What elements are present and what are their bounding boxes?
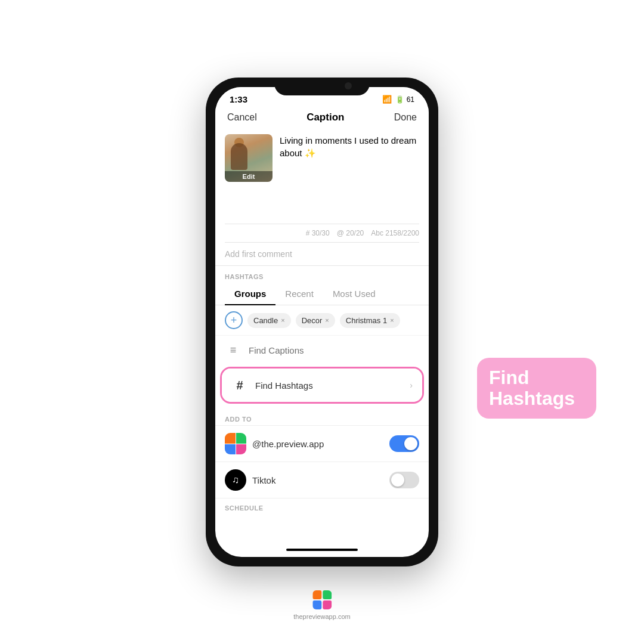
preview-app-name: @the.preview.app — [252, 439, 389, 449]
preview-app-row: @the.preview.app — [215, 425, 429, 462]
find-hashtags-icon: # — [231, 377, 248, 394]
chip-christmas-close[interactable]: × — [390, 317, 394, 324]
tiktok-name: Tiktok — [252, 475, 389, 485]
chip-christmas-label: Christmas 1 — [346, 316, 387, 325]
callout-line1: Find — [489, 367, 584, 388]
logo-cell-blue — [312, 600, 321, 609]
caption-image[interactable]: Edit — [225, 134, 273, 182]
find-hashtags-highlight: # Find Hashtags › — [220, 367, 424, 404]
logo-cell-orange — [312, 590, 321, 599]
find-captions-icon: ≡ — [225, 342, 242, 358]
schedule-bar: SCHEDULE — [215, 498, 429, 514]
toggle-knob-tiktok — [391, 473, 404, 487]
add-to-label: ADD TO — [215, 411, 429, 425]
logo-cell-pink — [323, 600, 332, 609]
chip-decor-close[interactable]: × — [325, 317, 329, 324]
phone-notch — [274, 78, 370, 95]
preview-icon-pink — [236, 444, 247, 455]
preview-icon-green — [236, 433, 247, 444]
page-wrapper: 1:33 📶 🔋 61 Cancel Caption Done Edit — [0, 0, 644, 644]
hashtag-tabs: Groups Recent Most Used — [215, 285, 429, 305]
chip-decor[interactable]: Decor × — [296, 313, 335, 328]
status-icons: 📶 🔋 61 — [382, 95, 414, 104]
logo-text: thepreviewapp.com — [293, 613, 350, 620]
preview-icon-orange — [225, 433, 236, 444]
tab-groups[interactable]: Groups — [225, 285, 275, 305]
find-hashtags-row[interactable]: # Find Hashtags › — [222, 369, 422, 402]
hashtags-section: HASHTAGS Groups Recent Most Used + Candl… — [215, 266, 429, 335]
bottom-logo: thepreviewapp.com — [293, 590, 350, 620]
tiktok-toggle[interactable] — [389, 472, 419, 488]
caption-text[interactable]: Living in moments I used to dream about … — [280, 134, 419, 182]
cancel-button[interactable]: Cancel — [227, 112, 257, 123]
toggle-knob-preview — [404, 437, 417, 450]
edit-label[interactable]: Edit — [225, 171, 273, 182]
counter-bar: # 30/30 @ 20/20 Abc 2158/2200 — [215, 224, 429, 242]
callout-line2: Hashtags — [489, 388, 584, 409]
page-title: Caption — [306, 112, 344, 123]
hashtags-label: HASHTAGS — [215, 273, 429, 285]
chip-candle-close[interactable]: × — [281, 317, 284, 324]
chip-christmas[interactable]: Christmas 1 × — [340, 313, 400, 328]
add-to-section: ADD TO @the.preview.app — [215, 406, 429, 498]
chevron-right-icon: › — [410, 380, 413, 390]
mention-counter: @ 20/20 — [337, 229, 364, 237]
first-comment-placeholder: Add first comment — [225, 249, 292, 259]
phone-screen: 1:33 📶 🔋 61 Cancel Caption Done Edit — [215, 87, 429, 557]
chip-candle-label: Candle — [253, 316, 278, 325]
find-captions-label: Find Captions — [249, 345, 419, 355]
tab-recent[interactable]: Recent — [275, 285, 323, 305]
preview-app-toggle[interactable] — [389, 435, 419, 452]
tiktok-icon: ♫ — [225, 469, 246, 491]
schedule-label: SCHEDULE — [225, 504, 264, 512]
find-captions-row[interactable]: ≡ Find Captions — [215, 335, 429, 364]
caption-spacer — [215, 188, 429, 224]
tiktok-row: ♫ Tiktok — [215, 462, 429, 498]
preview-icon-blue — [225, 444, 236, 455]
find-hashtags-label: Find Hashtags — [255, 380, 410, 391]
preview-app-icon — [225, 433, 246, 454]
add-chip-button[interactable]: + — [225, 311, 243, 329]
done-button[interactable]: Done — [394, 112, 417, 123]
hashtag-counter: # 30/30 — [306, 229, 330, 237]
find-hashtags-callout: Find Hashtags — [477, 358, 596, 419]
chip-candle[interactable]: Candle × — [247, 313, 291, 328]
caption-area: Edit Living in moments I used to dream a… — [215, 128, 429, 188]
hashtag-chips: + Candle × Decor × Christmas 1 × — [215, 305, 429, 335]
logo-cell-green — [323, 590, 332, 599]
char-counter: Abc 2158/2200 — [371, 229, 419, 237]
wifi-icon: 📶 — [382, 95, 392, 104]
status-time: 1:33 — [230, 94, 247, 104]
first-comment-area[interactable]: Add first comment — [215, 243, 429, 265]
nav-bar: Cancel Caption Done — [215, 107, 429, 128]
phone-shell: 1:33 📶 🔋 61 Cancel Caption Done Edit — [206, 78, 438, 566]
logo-grid — [312, 590, 332, 609]
person-figure — [231, 143, 247, 170]
battery-icon: 🔋 61 — [395, 95, 414, 104]
home-indicator — [286, 549, 358, 551]
chip-decor-label: Decor — [302, 316, 323, 325]
tab-most-used[interactable]: Most Used — [323, 285, 385, 305]
